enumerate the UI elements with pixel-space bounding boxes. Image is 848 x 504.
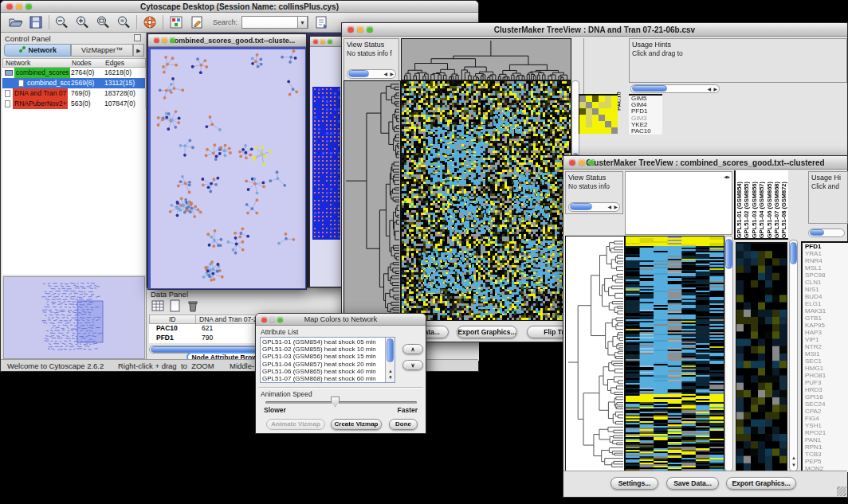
save-icon[interactable] (28, 14, 44, 33)
column-label[interactable]: GPL51-01 (GSM854) (736, 182, 743, 238)
export-graphics-button[interactable]: Export Graphics... (726, 477, 796, 490)
minimap-cell[interactable] (586, 108, 592, 115)
gene-label[interactable]: FIG4 (803, 415, 848, 422)
select-attributes-icon[interactable] (151, 299, 165, 316)
treeview2-zoom-vscrollbar[interactable]: ▲ ▼ (789, 240, 798, 471)
minimize-icon[interactable] (162, 37, 167, 43)
minimap-cell[interactable] (586, 96, 592, 102)
main-titlebar[interactable]: Cytoscape Desktop (Session Name: collins… (1, 1, 478, 13)
done-button[interactable]: Done (389, 419, 418, 430)
column-label[interactable]: GPL51-06 (GSM865) (766, 182, 773, 238)
create-vizmap-button[interactable]: Create Vizmap (331, 419, 382, 430)
speed-slider-track[interactable] (265, 401, 417, 404)
minimap-cell[interactable] (611, 127, 618, 134)
resize-grip[interactable] (837, 486, 846, 496)
gene-label[interactable]: NTR2 (803, 343, 848, 350)
minimap-cell[interactable] (586, 127, 592, 134)
network-view-2-titlebar[interactable] (310, 37, 343, 47)
minimap-cell[interactable] (599, 115, 605, 121)
scroll-up-icon[interactable]: ▲ (388, 369, 393, 374)
gene-label[interactable]: TCB3 (803, 451, 848, 458)
minimap-cell[interactable] (599, 102, 605, 108)
minimap-cell[interactable] (579, 127, 586, 134)
gene-label[interactable]: GTB1 (803, 315, 848, 322)
gene-label[interactable]: SEC24 (803, 400, 848, 408)
gene-label[interactable]: KAP95 (803, 322, 848, 329)
view-status-scrollbar[interactable]: ◀ ▶ (568, 202, 620, 212)
close-icon[interactable] (347, 26, 354, 33)
delete-attribute-icon[interactable] (186, 299, 200, 316)
scroll-left-icon[interactable]: ◀ (607, 205, 611, 210)
zoom-window-icon[interactable] (367, 26, 373, 33)
treeview1-minimap[interactable] (579, 94, 618, 134)
treeview2-vscrollbar[interactable] (724, 236, 733, 471)
gene-label[interactable]: ELG1 (803, 300, 848, 307)
scroll-down-icon[interactable]: ▼ (791, 463, 796, 468)
attribute-item[interactable]: GPL51-06 (GSM865) heat shock 40 min (261, 368, 384, 375)
birdseye-view[interactable] (3, 276, 145, 359)
close-icon[interactable] (313, 39, 318, 44)
save-data-button[interactable]: Save Data... (666, 477, 719, 490)
gene-label[interactable]: HAP3 (803, 329, 848, 336)
minimap-cell[interactable] (611, 108, 618, 115)
gene-label[interactable]: MSI1 (803, 350, 848, 357)
scroll-left-icon[interactable]: ◀ (707, 87, 711, 92)
close-icon[interactable] (569, 159, 575, 166)
scroll-up-icon[interactable]: ▲ (791, 455, 796, 461)
zoom-window-icon[interactable] (170, 37, 175, 43)
minimap-cell[interactable] (599, 127, 605, 134)
minimap-cell[interactable] (605, 121, 611, 127)
minimap-cell[interactable] (592, 96, 599, 102)
gene-label[interactable]: CLN1 (803, 279, 848, 286)
gene-label[interactable]: HRD3 (803, 386, 848, 393)
minimap-cell[interactable] (605, 127, 611, 134)
gene-label[interactable]: SEC1 (803, 357, 848, 365)
minimap-cell[interactable] (579, 121, 586, 127)
settings-button[interactable]: Settings... (610, 477, 658, 490)
minimap-cell[interactable] (611, 115, 618, 121)
gene-label[interactable]: RPO21 (803, 429, 848, 436)
minimap-cell[interactable] (599, 108, 605, 115)
float-panel-icon[interactable] (134, 34, 141, 41)
gene-label[interactable]: YSH1 (803, 422, 848, 429)
annotation-icon[interactable] (189, 14, 205, 33)
export-graphics-button[interactable]: Export Graphics... (457, 326, 517, 338)
treeview1-titlebar[interactable]: ClusterMaker TreeView : DNA and Tran 07-… (342, 23, 847, 37)
scroll-right-icon[interactable]: ▶ (713, 87, 717, 92)
birdseye-canvas[interactable] (4, 277, 144, 358)
attribute-item[interactable]: GPL51-02 (GSM855) heat shock 10 min (261, 346, 384, 353)
attribute-item[interactable]: GPL51-04 (GSM857) heat shock 20 min (261, 361, 384, 368)
scroll-down-icon[interactable]: ▼ (388, 375, 393, 381)
scroll-right-icon[interactable]: ▶ (614, 205, 618, 210)
scroll-arrows-icon[interactable]: ◀▶ (724, 174, 730, 180)
minimap-cell[interactable] (592, 102, 599, 108)
minimize-icon[interactable] (16, 3, 22, 10)
minimize-icon[interactable] (269, 317, 275, 322)
zoom-in-icon[interactable] (74, 14, 90, 33)
gene-label[interactable]: PAC10 (629, 128, 662, 135)
gene-label[interactable]: VIP1 (803, 336, 848, 343)
help-lifering-icon[interactable] (142, 14, 158, 33)
treeview1-left-dendrogram[interactable] (344, 80, 401, 321)
column-label[interactable]: GPL51-08 (GSM872) (780, 182, 787, 238)
gene-label[interactable]: RNR4 (803, 257, 848, 264)
gene-label[interactable]: RPN1 (803, 443, 848, 451)
network-canvas[interactable] (151, 49, 305, 288)
gene-label[interactable]: PEP5 (803, 458, 848, 465)
search-dropdown-icon[interactable]: ▼ (297, 16, 308, 29)
zoom-out-icon[interactable] (53, 14, 69, 33)
vizmap-icon[interactable] (168, 14, 184, 33)
zoom-window-icon[interactable] (588, 159, 595, 166)
treeview2-top-panel[interactable]: ◀▶ (625, 171, 732, 235)
gene-label[interactable]: SPC98 (803, 272, 848, 279)
dialog-titlebar[interactable]: Map Colors to Network (256, 314, 426, 326)
move-up-button[interactable]: ∧ (402, 344, 423, 354)
close-icon[interactable] (261, 317, 267, 322)
gene-label[interactable]: CPA2 (803, 408, 848, 415)
zoom-window-icon[interactable] (277, 317, 283, 322)
minimap-cell[interactable] (586, 102, 592, 108)
open-file-icon[interactable] (7, 14, 23, 33)
treeview1-top-dendrogram[interactable] (401, 38, 571, 80)
minimap-cell[interactable] (611, 102, 618, 108)
minimap-cell[interactable] (579, 102, 586, 108)
